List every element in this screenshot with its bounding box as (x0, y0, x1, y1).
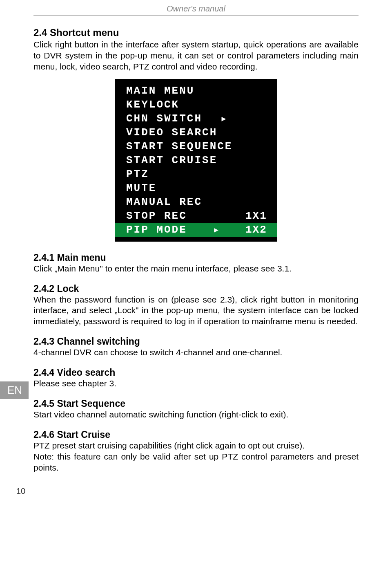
menu-item-video-search[interactable]: VIDEO SEARCH (115, 126, 277, 139)
menu-item-chn-switch[interactable]: CHN SWITCH ▶ (115, 112, 277, 126)
menu-label: START CRUISE (126, 154, 217, 166)
menu-label: KEYLOCK (126, 99, 179, 111)
manual-page: Owner's manual 2.4 Shortcut menu Click r… (0, 0, 392, 496)
menu-item-keylock[interactable]: KEYLOCK (115, 98, 277, 112)
section-242-title: 2.4.2 Lock (33, 283, 359, 294)
menu-label: MAIN MENU (126, 85, 194, 97)
menu-label: MANUAL REC (126, 196, 202, 208)
section-241-title: 2.4.1 Main menu (33, 252, 359, 263)
menu-item-mute[interactable]: MUTE (115, 181, 277, 195)
menu-right-value: 1X1 (245, 210, 270, 222)
menu-item-ptz[interactable]: PTZ (115, 167, 277, 181)
menu-right-value: 1X2 (245, 224, 270, 236)
menu-label: VIDEO SEARCH (126, 126, 217, 139)
menu-label: CHN SWITCH (126, 112, 202, 125)
section-244-title: 2.4.4 Video search (33, 367, 359, 378)
section-245-title: 2.4.5 Start Sequence (33, 398, 359, 409)
menu-item-start-sequence[interactable]: START SEQUENCE (115, 139, 277, 153)
menu-item-stop-rec[interactable]: STOP REC 1X1 (115, 209, 277, 223)
menu-label: START SEQUENCE (126, 140, 232, 152)
section-241-body: Click „Main Menu" to enter the main menu… (33, 263, 359, 274)
menu-label: PTZ (126, 168, 149, 180)
section-245-body: Start video channel automatic switching … (33, 409, 359, 420)
section-244-body: Please see chapter 3. (33, 378, 359, 389)
menu-label: MUTE (126, 182, 156, 194)
menu-item-main-menu[interactable]: MAIN MENU (115, 84, 277, 98)
section-243-title: 2.4.3 Channel switching (33, 336, 359, 347)
section-246-title: 2.4.6 Start Cruise (33, 429, 359, 440)
menu-label: STOP REC (126, 210, 187, 222)
page-header: Owner's manual (33, 0, 359, 16)
section-24-body: Click right button in the interface afte… (33, 39, 359, 72)
chevron-right-icon: ▶ (214, 225, 218, 234)
chevron-right-icon: ▶ (222, 114, 226, 123)
page-number: 10 (16, 487, 25, 496)
section-246-body1: PTZ preset start cruising capabilities (… (33, 440, 359, 451)
section-24-title: 2.4 Shortcut menu (33, 27, 359, 38)
menu-label: PIP MODE (126, 224, 187, 236)
shortcut-menu-screenshot: MAIN MENU KEYLOCK CHN SWITCH ▶ VIDEO SEA… (115, 79, 277, 242)
language-tab: EN (0, 381, 29, 399)
menu-item-start-cruise[interactable]: START CRUISE (115, 153, 277, 167)
section-243-body: 4-channel DVR can choose to switch 4-cha… (33, 347, 359, 358)
section-242-body: When the password function is on (please… (33, 294, 359, 327)
menu-item-pip-mode[interactable]: PIP MODE ▶ 1X2 (115, 223, 277, 237)
menu-item-manual-rec[interactable]: MANUAL REC (115, 195, 277, 209)
section-246-body2: Note: this feature can only be valid aft… (33, 451, 359, 473)
